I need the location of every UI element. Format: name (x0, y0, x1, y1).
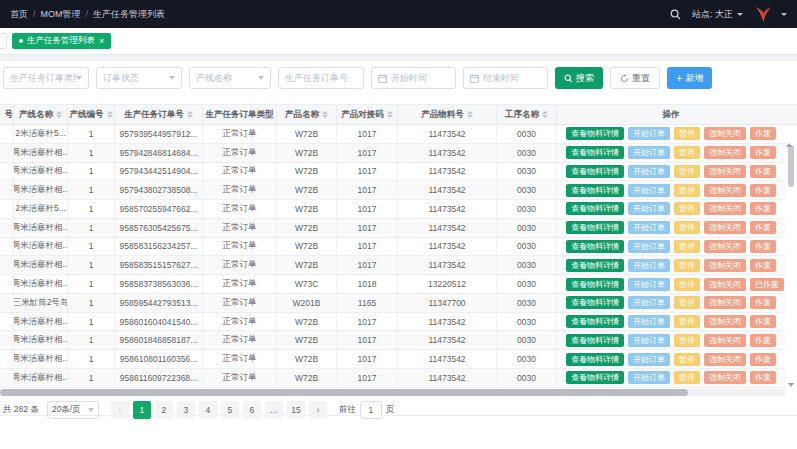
sort-icon[interactable] (107, 111, 113, 118)
column-header[interactable]: 产品物料号 (398, 105, 497, 124)
line-name-select[interactable]: 产线名称 (189, 67, 271, 89)
horizontal-scrollbar[interactable] (0, 389, 785, 396)
pager-page-6[interactable]: 6 (243, 401, 261, 419)
force-close-button[interactable]: 强制关闭 (704, 278, 746, 291)
view-material-button[interactable]: 查看物料详情 (566, 127, 624, 140)
column-header[interactable]: 生产任务订单号 (115, 105, 203, 124)
start-order-button[interactable]: 开始订单 (628, 202, 670, 215)
sort-icon[interactable] (542, 111, 548, 118)
force-close-button[interactable]: 强制关闭 (704, 240, 746, 253)
force-close-button[interactable]: 强制关闭 (704, 259, 746, 272)
start-time-picker[interactable]: 开始时间 (371, 67, 456, 89)
start-order-button[interactable]: 开始订单 (628, 184, 670, 197)
void-button[interactable]: 作废 (750, 315, 776, 328)
force-close-button[interactable]: 强制关闭 (704, 315, 746, 328)
breadcrumb-mom[interactable]: MOM管理 (41, 8, 81, 21)
view-material-button[interactable]: 查看物料详情 (566, 165, 624, 178)
force-close-button[interactable]: 强制关闭 (704, 202, 746, 215)
view-material-button[interactable]: 查看物料详情 (566, 259, 624, 272)
start-order-button[interactable]: 开始订单 (628, 259, 670, 272)
column-header[interactable]: 产线编号 (68, 105, 115, 124)
void-button[interactable]: 作废 (750, 221, 776, 234)
force-close-button[interactable]: 强制关闭 (704, 296, 746, 309)
void-button[interactable]: 作废 (750, 202, 776, 215)
void-button[interactable]: 已作废 (750, 278, 784, 291)
view-material-button[interactable]: 查看物料详情 (566, 240, 624, 253)
view-material-button[interactable]: 查看物料详情 (566, 221, 624, 234)
view-material-button[interactable]: 查看物料详情 (566, 278, 624, 291)
pause-button[interactable]: 暂停 (674, 184, 700, 197)
order-no-input[interactable] (285, 73, 357, 83)
force-close-button[interactable]: 强制关闭 (704, 184, 746, 197)
end-time-picker[interactable]: 结束时间 (463, 67, 548, 89)
void-button[interactable]: 作废 (750, 259, 776, 272)
void-button[interactable]: 作废 (750, 127, 776, 140)
tab-production-task-list[interactable]: 生产任务管理列表 × (12, 33, 111, 49)
pause-button[interactable]: 暂停 (674, 296, 700, 309)
pause-button[interactable]: 暂停 (674, 371, 700, 384)
start-order-button[interactable]: 开始订单 (628, 353, 670, 366)
start-order-button[interactable]: 开始订单 (628, 334, 670, 347)
pager-next-button[interactable]: › (309, 401, 327, 419)
void-button[interactable]: 作废 (750, 334, 776, 347)
view-material-button[interactable]: 查看物料详情 (566, 146, 624, 159)
pager-page-1[interactable]: 1 (133, 401, 151, 419)
search-button[interactable]: 搜索 (555, 67, 603, 89)
pause-button[interactable]: 暂停 (674, 165, 700, 178)
pause-button[interactable]: 暂停 (674, 202, 700, 215)
scroll-up-icon[interactable] (786, 126, 792, 147)
page-size-select[interactable]: 20条/页 (47, 401, 99, 419)
force-close-button[interactable]: 强制关闭 (704, 334, 746, 347)
start-order-button[interactable]: 开始订单 (628, 296, 670, 309)
view-material-button[interactable]: 查看物料详情 (566, 184, 624, 197)
pager-page-15[interactable]: 15 (287, 401, 305, 419)
force-close-button[interactable]: 强制关闭 (704, 127, 746, 140)
start-order-button[interactable]: 开始订单 (628, 278, 670, 291)
view-material-button[interactable]: 查看物料详情 (566, 202, 624, 215)
horizontal-scroll-thumb[interactable] (0, 389, 688, 396)
pause-button[interactable]: 暂停 (674, 334, 700, 347)
sort-icon[interactable] (387, 111, 393, 118)
sort-icon[interactable] (187, 111, 193, 118)
pause-button[interactable]: 暂停 (674, 127, 700, 140)
close-icon[interactable]: × (99, 37, 104, 46)
pager-page-5[interactable]: 5 (221, 401, 239, 419)
pager-page-4[interactable]: 4 (199, 401, 217, 419)
start-order-button[interactable]: 开始订单 (628, 165, 670, 178)
start-order-button[interactable]: 开始订单 (628, 315, 670, 328)
void-button[interactable]: 作废 (750, 296, 776, 309)
pause-button[interactable]: 暂停 (674, 221, 700, 234)
pause-button[interactable]: 暂停 (674, 278, 700, 291)
pause-button[interactable]: 暂停 (674, 315, 700, 328)
goto-page-input[interactable] (360, 401, 382, 419)
force-close-button[interactable]: 强制关闭 (704, 353, 746, 366)
column-header[interactable]: 工序名称 (497, 105, 557, 124)
pause-button[interactable]: 暂停 (674, 240, 700, 253)
view-material-button[interactable]: 查看物料详情 (566, 371, 624, 384)
pause-button[interactable]: 暂停 (674, 353, 700, 366)
void-button[interactable]: 作废 (750, 146, 776, 159)
vertical-scrollbar[interactable] (786, 126, 796, 389)
sort-icon[interactable] (56, 111, 62, 118)
pause-button[interactable]: 暂停 (674, 259, 700, 272)
force-close-button[interactable]: 强制关闭 (704, 146, 746, 159)
pause-button[interactable]: 暂停 (674, 146, 700, 159)
start-order-button[interactable]: 开始订单 (628, 221, 670, 234)
force-close-button[interactable]: 强制关闭 (704, 165, 746, 178)
sort-icon[interactable] (467, 111, 473, 118)
pager-page-3[interactable]: 3 (177, 401, 195, 419)
start-order-button[interactable]: 开始订单 (628, 371, 670, 384)
tab-partial[interactable] (0, 33, 7, 49)
void-button[interactable]: 作废 (750, 184, 776, 197)
pager-ellipsis[interactable]: ... (265, 401, 283, 419)
reset-button[interactable]: 重置 (610, 67, 660, 89)
site-selector[interactable]: 站点: 大正 (692, 8, 743, 21)
column-header[interactable]: 产线名称 (14, 105, 68, 124)
pager-prev-button[interactable]: ‹ (111, 401, 129, 419)
view-material-button[interactable]: 查看物料详情 (566, 334, 624, 347)
void-button[interactable]: 作废 (750, 353, 776, 366)
scroll-down-icon[interactable] (788, 383, 794, 387)
void-button[interactable]: 作废 (750, 371, 776, 384)
view-material-button[interactable]: 查看物料详情 (566, 315, 624, 328)
user-menu[interactable] (754, 6, 787, 23)
